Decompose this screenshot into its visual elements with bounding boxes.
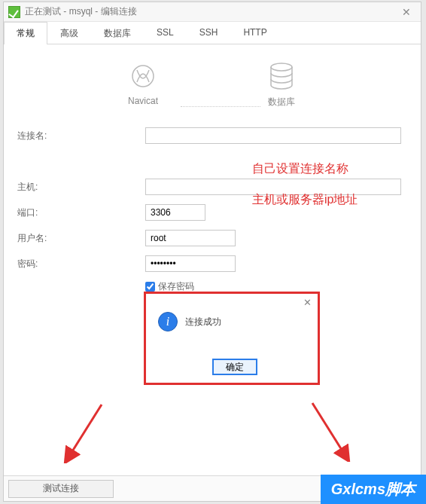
user-label: 用户名: — [17, 232, 62, 245]
navicat-label: Navicat — [128, 96, 158, 106]
port-label: 端口: — [17, 206, 62, 219]
save-pass-checkbox[interactable] — [145, 282, 155, 292]
watermark: Gxlcms脚本 — [321, 475, 426, 504]
navicat-icon-col: Navicat — [126, 61, 160, 108]
connection-editor-window: 正在测试 - msyql - 编辑连接 ✕ 常规 高级 数据库 SSL SSH … — [3, 2, 421, 502]
app-icon — [8, 6, 20, 18]
info-icon: i — [158, 312, 178, 331]
watermark-main: Gxlcms — [331, 481, 385, 497]
row-conn-name: 连接名: — [17, 127, 407, 145]
tab-http[interactable]: HTTP — [230, 22, 279, 44]
database-icon — [265, 61, 298, 91]
titlebar: 正在测试 - msyql - 编辑连接 ✕ — [4, 2, 421, 22]
arrow-left-icon — [62, 400, 108, 463]
tab-advanced[interactable]: 高级 — [47, 22, 91, 44]
svg-line-3 — [312, 403, 345, 456]
svg-line-2 — [68, 405, 102, 457]
tab-ssl[interactable]: SSL — [144, 22, 187, 44]
database-icon-col: 数据库 — [265, 61, 298, 108]
connection-form: 连接名: 主机: 端口: 用户名: 密码: 保存密码 — [17, 127, 407, 293]
pass-label: 密码: — [17, 258, 62, 270]
conn-name-label: 连接名: — [17, 130, 62, 142]
tab-ssh[interactable]: SSH — [187, 22, 231, 44]
tabbar: 常规 高级 数据库 SSL SSH HTTP — [4, 22, 421, 44]
annotation-conn-name: 自己设置连接名称 — [252, 161, 348, 177]
watermark-sub: 脚本 — [385, 481, 415, 497]
svg-point-1 — [271, 63, 292, 71]
tab-database[interactable]: 数据库 — [91, 22, 144, 44]
window-title: 正在测试 - msyql - 编辑连接 — [25, 5, 137, 18]
row-user: 用户名: — [17, 229, 407, 247]
navicat-icon — [126, 61, 160, 91]
svg-point-0 — [132, 66, 154, 87]
content-area: Navicat 数据库 连接名: 主机: — [4, 44, 421, 466]
link-line — [181, 106, 260, 107]
port-input[interactable] — [145, 204, 205, 221]
pass-input[interactable] — [145, 255, 236, 272]
database-label: 数据库 — [268, 96, 295, 108]
user-input[interactable] — [145, 230, 236, 246]
host-label: 主机: — [17, 181, 62, 194]
tab-general[interactable]: 常规 — [4, 22, 47, 44]
row-pass: 密码: — [17, 255, 407, 273]
dialog-message: 连接成功 — [185, 316, 221, 328]
dialog-close-icon[interactable]: ✕ — [303, 297, 312, 308]
top-icons: Navicat 数据库 — [17, 61, 407, 108]
spacer-row — [17, 152, 407, 170]
arrow-right-icon — [306, 399, 351, 462]
test-connection-button[interactable]: 测试连接 — [8, 480, 114, 498]
conn-name-input[interactable] — [145, 127, 401, 144]
success-dialog: ✕ i 连接成功 确定 — [144, 292, 320, 385]
dialog-body: i 连接成功 — [158, 312, 313, 331]
close-icon[interactable]: ✕ — [397, 6, 416, 18]
annotation-host: 主机或服务器ip地址 — [252, 192, 358, 208]
dialog-ok-button[interactable]: 确定 — [212, 359, 257, 375]
